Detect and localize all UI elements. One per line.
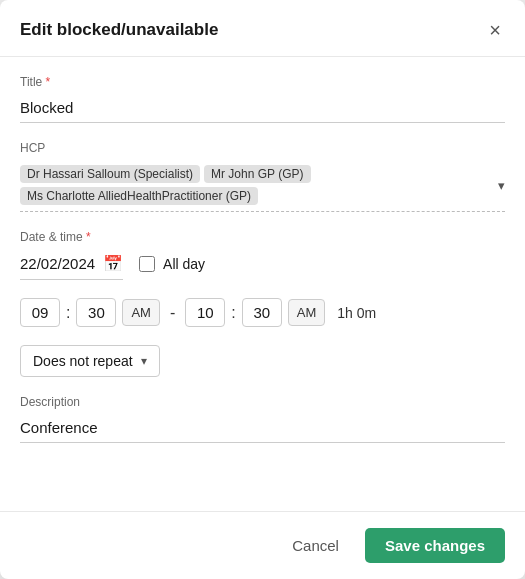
end-colon: :	[231, 304, 235, 322]
hcp-label: HCP	[20, 141, 505, 155]
allday-label: All day	[163, 256, 205, 272]
duration-label: 1h 0m	[337, 305, 376, 321]
hcp-tag-1: Mr John GP (GP)	[204, 165, 310, 183]
start-colon: :	[66, 304, 70, 322]
save-button[interactable]: Save changes	[365, 528, 505, 563]
hcp-container[interactable]: Dr Hassari Salloum (Specialist) Mr John …	[20, 159, 505, 212]
hcp-dropdown-arrow-icon[interactable]: ▾	[492, 178, 505, 193]
repeat-arrow-icon: ▾	[141, 354, 147, 368]
end-minute-input[interactable]	[242, 298, 282, 327]
start-minute-input[interactable]	[76, 298, 116, 327]
date-input-wrap: 22/02/2024 📅	[20, 248, 123, 280]
description-field-group: Description Conference	[20, 395, 505, 443]
time-dash: -	[170, 304, 175, 322]
title-input[interactable]	[20, 93, 505, 123]
description-value[interactable]: Conference	[20, 413, 505, 443]
datetime-field-group: Date & time * 22/02/2024 📅 All day	[20, 230, 505, 280]
dialog-footer: Cancel Save changes	[0, 511, 525, 579]
repeat-label: Does not repeat	[33, 353, 133, 369]
cancel-button[interactable]: Cancel	[278, 529, 353, 562]
close-button[interactable]: ×	[485, 18, 505, 42]
dialog-body: Title * HCP Dr Hassari Salloum (Speciali…	[0, 57, 525, 511]
date-row: 22/02/2024 📅 All day	[20, 248, 505, 280]
date-value: 22/02/2024	[20, 255, 95, 272]
calendar-icon[interactable]: 📅	[103, 254, 123, 273]
allday-checkbox[interactable]	[139, 256, 155, 272]
repeat-dropdown[interactable]: Does not repeat ▾	[20, 345, 160, 377]
description-label: Description	[20, 395, 505, 409]
start-hour-input[interactable]	[20, 298, 60, 327]
allday-row: All day	[139, 256, 205, 272]
title-label: Title *	[20, 75, 505, 89]
time-row: : AM - : AM 1h 0m	[20, 298, 505, 327]
dialog-title: Edit blocked/unavailable	[20, 20, 218, 40]
end-ampm-button[interactable]: AM	[288, 299, 326, 326]
dialog-header: Edit blocked/unavailable ×	[0, 0, 525, 57]
datetime-label: Date & time *	[20, 230, 505, 244]
end-hour-input[interactable]	[185, 298, 225, 327]
start-ampm-button[interactable]: AM	[122, 299, 160, 326]
hcp-tags: Dr Hassari Salloum (Specialist) Mr John …	[20, 165, 492, 205]
title-field-group: Title *	[20, 75, 505, 123]
hcp-tag-0: Dr Hassari Salloum (Specialist)	[20, 165, 200, 183]
hcp-tag-2: Ms Charlotte AlliedHealthPractitioner (G…	[20, 187, 258, 205]
hcp-field-group: HCP Dr Hassari Salloum (Specialist) Mr J…	[20, 141, 505, 212]
edit-blocked-dialog: Edit blocked/unavailable × Title * HCP D…	[0, 0, 525, 579]
